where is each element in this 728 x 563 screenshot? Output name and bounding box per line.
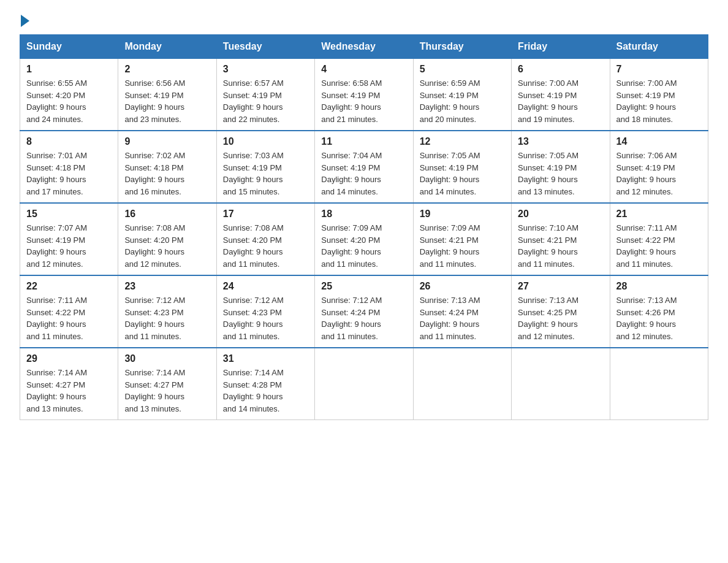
day-info: Sunrise: 7:12 AMSunset: 4:23 PMDaylight:… — [124, 294, 210, 342]
table-row: 26 Sunrise: 7:13 AMSunset: 4:24 PMDaylig… — [413, 275, 511, 348]
day-info: Sunrise: 7:01 AMSunset: 4:18 PMDaylight:… — [26, 150, 112, 197]
table-row: 22 Sunrise: 7:11 AMSunset: 4:22 PMDaylig… — [20, 275, 118, 348]
day-number: 24 — [223, 281, 308, 292]
day-info: Sunrise: 7:12 AMSunset: 4:24 PMDaylight:… — [321, 294, 406, 342]
day-info: Sunrise: 7:05 AMSunset: 4:19 PMDaylight:… — [420, 150, 505, 197]
table-row: 17 Sunrise: 7:08 AMSunset: 4:20 PMDaylig… — [216, 203, 314, 275]
table-row: 28 Sunrise: 7:13 AMSunset: 4:26 PMDaylig… — [610, 275, 708, 348]
logo — [20, 15, 31, 25]
table-row: 23 Sunrise: 7:12 AMSunset: 4:23 PMDaylig… — [118, 275, 216, 348]
day-number: 27 — [518, 281, 603, 292]
table-row: 3 Sunrise: 6:57 AMSunset: 4:19 PMDayligh… — [216, 59, 314, 131]
table-row — [413, 348, 511, 420]
day-info: Sunrise: 7:02 AMSunset: 4:18 PMDaylight:… — [124, 150, 210, 197]
day-number: 14 — [616, 136, 702, 147]
day-info: Sunrise: 7:09 AMSunset: 4:20 PMDaylight:… — [321, 222, 406, 270]
table-row: 27 Sunrise: 7:13 AMSunset: 4:25 PMDaylig… — [512, 275, 610, 348]
table-row: 8 Sunrise: 7:01 AMSunset: 4:18 PMDayligh… — [20, 131, 118, 203]
table-row — [315, 348, 413, 420]
table-row: 7 Sunrise: 7:00 AMSunset: 4:19 PMDayligh… — [610, 59, 708, 131]
table-row: 15 Sunrise: 7:07 AMSunset: 4:19 PMDaylig… — [20, 203, 118, 275]
day-info: Sunrise: 7:10 AMSunset: 4:21 PMDaylight:… — [518, 222, 603, 270]
day-number: 22 — [26, 281, 112, 292]
calendar-week-row: 15 Sunrise: 7:07 AMSunset: 4:19 PMDaylig… — [20, 203, 708, 275]
table-row: 12 Sunrise: 7:05 AMSunset: 4:19 PMDaylig… — [413, 131, 511, 203]
table-row: 4 Sunrise: 6:58 AMSunset: 4:19 PMDayligh… — [315, 59, 413, 131]
day-info: Sunrise: 7:06 AMSunset: 4:19 PMDaylight:… — [616, 150, 702, 197]
day-info: Sunrise: 7:13 AMSunset: 4:24 PMDaylight:… — [420, 294, 505, 342]
table-row: 10 Sunrise: 7:03 AMSunset: 4:19 PMDaylig… — [216, 131, 314, 203]
table-row: 5 Sunrise: 6:59 AMSunset: 4:19 PMDayligh… — [413, 59, 511, 131]
day-info: Sunrise: 7:08 AMSunset: 4:20 PMDaylight:… — [124, 222, 210, 270]
col-thursday: Thursday — [413, 35, 511, 59]
day-number: 20 — [518, 209, 603, 220]
col-saturday: Saturday — [610, 35, 708, 59]
day-number: 30 — [124, 353, 210, 364]
table-row: 24 Sunrise: 7:12 AMSunset: 4:23 PMDaylig… — [216, 275, 314, 348]
day-number: 31 — [223, 353, 308, 364]
table-row: 21 Sunrise: 7:11 AMSunset: 4:22 PMDaylig… — [610, 203, 708, 275]
day-info: Sunrise: 6:58 AMSunset: 4:19 PMDaylight:… — [321, 77, 406, 125]
table-row: 19 Sunrise: 7:09 AMSunset: 4:21 PMDaylig… — [413, 203, 511, 275]
col-tuesday: Tuesday — [216, 35, 314, 59]
table-row: 18 Sunrise: 7:09 AMSunset: 4:20 PMDaylig… — [315, 203, 413, 275]
calendar-week-row: 22 Sunrise: 7:11 AMSunset: 4:22 PMDaylig… — [20, 275, 708, 348]
table-row: 29 Sunrise: 7:14 AMSunset: 4:27 PMDaylig… — [20, 348, 118, 420]
day-number: 21 — [616, 209, 702, 220]
day-info: Sunrise: 7:00 AMSunset: 4:19 PMDaylight:… — [518, 77, 603, 125]
day-number: 7 — [616, 64, 702, 75]
calendar-week-row: 29 Sunrise: 7:14 AMSunset: 4:27 PMDaylig… — [20, 348, 708, 420]
day-info: Sunrise: 7:13 AMSunset: 4:26 PMDaylight:… — [616, 294, 702, 342]
calendar-week-row: 8 Sunrise: 7:01 AMSunset: 4:18 PMDayligh… — [20, 131, 708, 203]
day-info: Sunrise: 6:57 AMSunset: 4:19 PMDaylight:… — [223, 77, 308, 125]
table-row: 20 Sunrise: 7:10 AMSunset: 4:21 PMDaylig… — [512, 203, 610, 275]
col-friday: Friday — [512, 35, 610, 59]
day-info: Sunrise: 7:03 AMSunset: 4:19 PMDaylight:… — [223, 150, 308, 197]
day-number: 23 — [124, 281, 210, 292]
day-number: 17 — [223, 209, 308, 220]
table-row: 31 Sunrise: 7:14 AMSunset: 4:28 PMDaylig… — [216, 348, 314, 420]
day-number: 10 — [223, 136, 308, 147]
table-row: 14 Sunrise: 7:06 AMSunset: 4:19 PMDaylig… — [610, 131, 708, 203]
day-number: 29 — [26, 353, 112, 364]
day-info: Sunrise: 7:05 AMSunset: 4:19 PMDaylight:… — [518, 150, 603, 197]
day-number: 26 — [420, 281, 505, 292]
day-info: Sunrise: 7:08 AMSunset: 4:20 PMDaylight:… — [223, 222, 308, 270]
table-row: 30 Sunrise: 7:14 AMSunset: 4:27 PMDaylig… — [118, 348, 216, 420]
table-row: 6 Sunrise: 7:00 AMSunset: 4:19 PMDayligh… — [512, 59, 610, 131]
day-info: Sunrise: 7:11 AMSunset: 4:22 PMDaylight:… — [26, 294, 112, 342]
day-number: 1 — [26, 64, 112, 75]
table-row: 9 Sunrise: 7:02 AMSunset: 4:18 PMDayligh… — [118, 131, 216, 203]
col-monday: Monday — [118, 35, 216, 59]
table-row: 25 Sunrise: 7:12 AMSunset: 4:24 PMDaylig… — [315, 275, 413, 348]
day-number: 19 — [420, 209, 505, 220]
day-info: Sunrise: 7:13 AMSunset: 4:25 PMDaylight:… — [518, 294, 603, 342]
day-info: Sunrise: 7:14 AMSunset: 4:28 PMDaylight:… — [223, 367, 308, 415]
day-number: 4 — [321, 64, 406, 75]
day-number: 12 — [420, 136, 505, 147]
day-number: 3 — [223, 64, 308, 75]
logo-arrow-icon — [21, 15, 29, 27]
calendar-header-row: Sunday Monday Tuesday Wednesday Thursday… — [20, 35, 708, 59]
day-info: Sunrise: 7:09 AMSunset: 4:21 PMDaylight:… — [420, 222, 505, 270]
day-info: Sunrise: 7:14 AMSunset: 4:27 PMDaylight:… — [26, 367, 112, 415]
day-info: Sunrise: 6:59 AMSunset: 4:19 PMDaylight:… — [420, 77, 505, 125]
day-info: Sunrise: 7:14 AMSunset: 4:27 PMDaylight:… — [124, 367, 210, 415]
day-info: Sunrise: 7:11 AMSunset: 4:22 PMDaylight:… — [616, 222, 702, 270]
day-number: 6 — [518, 64, 603, 75]
day-number: 28 — [616, 281, 702, 292]
day-info: Sunrise: 7:12 AMSunset: 4:23 PMDaylight:… — [223, 294, 308, 342]
table-row — [512, 348, 610, 420]
table-row: 1 Sunrise: 6:55 AMSunset: 4:20 PMDayligh… — [20, 59, 118, 131]
day-number: 5 — [420, 64, 505, 75]
page-header — [20, 15, 708, 25]
day-number: 16 — [124, 209, 210, 220]
day-info: Sunrise: 7:07 AMSunset: 4:19 PMDaylight:… — [26, 222, 112, 270]
day-number: 13 — [518, 136, 603, 147]
day-number: 25 — [321, 281, 406, 292]
day-number: 2 — [124, 64, 210, 75]
table-row: 11 Sunrise: 7:04 AMSunset: 4:19 PMDaylig… — [315, 131, 413, 203]
table-row: 16 Sunrise: 7:08 AMSunset: 4:20 PMDaylig… — [118, 203, 216, 275]
col-sunday: Sunday — [20, 35, 118, 59]
day-number: 11 — [321, 136, 406, 147]
